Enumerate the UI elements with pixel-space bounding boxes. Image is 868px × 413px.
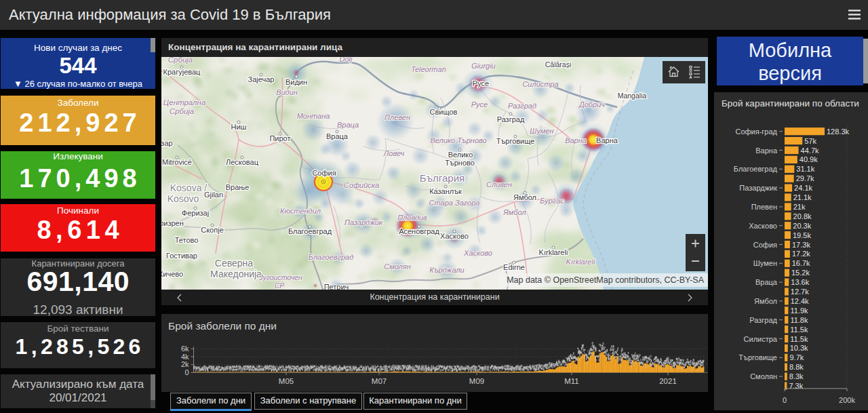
- svg-text:9.7k: 9.7k: [790, 353, 804, 361]
- svg-text:Северна: Северна: [215, 258, 253, 269]
- svg-text:Силистра: Силистра: [744, 335, 778, 343]
- svg-text:Русе: Русе: [473, 79, 489, 87]
- svg-text:Лесковац: Лесковац: [226, 158, 259, 166]
- svg-text:Зајечар: Зајечар: [248, 75, 275, 83]
- svg-text:Mangalia: Mangalia: [618, 92, 647, 100]
- svg-text:40.9k: 40.9k: [800, 155, 818, 163]
- svg-text:Разград: Разград: [508, 102, 536, 110]
- svg-text:Teleorman: Teleorman: [411, 65, 446, 73]
- svg-text:Враца: Враца: [326, 132, 349, 140]
- svg-text:Разград: Разград: [749, 316, 777, 324]
- svg-text:Варна: Варна: [596, 136, 618, 144]
- svg-text:Призрен: Призрен: [161, 219, 184, 227]
- svg-text:Ниш: Ниш: [231, 123, 247, 131]
- svg-text:Свищов: Свищов: [430, 108, 458, 116]
- svg-text:Видин: Видин: [285, 78, 307, 86]
- svg-text:Благоевград: Благоевград: [309, 253, 354, 261]
- svg-text:128.3k: 128.3k: [827, 127, 850, 136]
- svg-text:азар: азар: [161, 139, 173, 147]
- svg-text:8.8k: 8.8k: [789, 363, 804, 371]
- svg-text:Благоевград: Благоевград: [734, 165, 778, 173]
- svg-text:Dolj: Dolj: [340, 57, 353, 63]
- svg-text:20.3k: 20.3k: [793, 222, 811, 230]
- svg-text:Гостивар: Гостивар: [166, 252, 197, 260]
- svg-text:Плевен: Плевен: [384, 113, 410, 121]
- svg-text:Kosova /: Kosova /: [170, 182, 208, 193]
- svg-text:Србија: Србија: [168, 57, 193, 64]
- svg-text:Добрич: Добрич: [578, 100, 605, 109]
- svg-text:21.1k: 21.1k: [793, 193, 812, 201]
- svg-text:Търговище: Търговище: [496, 137, 535, 145]
- svg-text:България: България: [420, 172, 465, 184]
- svg-text:Ловеч: Ловеч: [383, 149, 405, 157]
- svg-text:Călărași: Călărași: [545, 60, 572, 68]
- svg-text:Map data © OpenStreetMap contr: Map data © OpenStreetMap contributors, C…: [507, 275, 704, 285]
- svg-text:0: 0: [184, 368, 189, 376]
- svg-text:Gjilan: Gjilan: [204, 191, 223, 199]
- svg-text:Македонија: Македонија: [210, 269, 262, 279]
- svg-text:2021: 2021: [659, 377, 677, 385]
- svg-text:4k: 4k: [181, 353, 189, 361]
- svg-text:Кърджали: Кърджали: [429, 266, 464, 274]
- svg-text:Велико Търново: Велико Търново: [430, 136, 486, 144]
- svg-text:Варна: Варна: [565, 136, 587, 144]
- svg-text:Ямбол: Ямбол: [513, 193, 536, 201]
- svg-text:Силистра: Силистра: [522, 80, 558, 88]
- svg-text:Врање: Врање: [226, 183, 250, 191]
- svg-text:Шумен: Шумен: [753, 259, 777, 267]
- svg-text:Кичево: Кичево: [161, 270, 183, 278]
- svg-text:21k: 21k: [793, 203, 806, 211]
- svg-text:Варна: Варна: [755, 146, 778, 155]
- svg-text:11.8k: 11.8k: [790, 316, 808, 324]
- svg-text:София-град: София-град: [735, 127, 777, 136]
- svg-text:29.7k: 29.7k: [796, 174, 814, 182]
- svg-text:12.7k: 12.7k: [791, 288, 809, 296]
- svg-text:Враца: Враца: [755, 278, 778, 286]
- svg-text:M11: M11: [564, 377, 579, 385]
- svg-text:Търново: Търново: [445, 159, 475, 167]
- svg-text:Југоисточен: Југоисточен: [258, 273, 302, 281]
- svg-text:2k: 2k: [181, 360, 189, 368]
- svg-text:Тетово: Тетово: [175, 236, 199, 244]
- svg-text:Търговище: Търговище: [738, 353, 777, 361]
- svg-text:Mitrovicë: Mitrovicë: [162, 158, 192, 166]
- svg-text:M05: M05: [279, 377, 294, 385]
- svg-text:Сливен: Сливен: [486, 180, 512, 189]
- svg-text:Монтана: Монтана: [297, 112, 330, 120]
- svg-text:Хасково: Хасково: [463, 249, 492, 257]
- svg-text:Асеновград: Асеновград: [399, 227, 439, 235]
- svg-text:Пазарджик: Пазарджик: [739, 184, 777, 192]
- svg-text:57k: 57k: [804, 137, 816, 145]
- svg-text:Кюстендил: Кюстендил: [280, 207, 321, 215]
- svg-text:София: София: [753, 241, 777, 249]
- svg-text:Русе: Русе: [471, 100, 488, 109]
- svg-text:Србија: Србија: [170, 107, 195, 115]
- svg-text:15.2k: 15.2k: [791, 269, 810, 277]
- svg-text:13.6k: 13.6k: [791, 278, 809, 286]
- svg-text:Шумен: Шумен: [530, 127, 553, 135]
- svg-text:Разград: Разград: [497, 115, 525, 123]
- svg-text:Велико: Велико: [448, 151, 473, 159]
- svg-text:8.3k: 8.3k: [789, 372, 804, 380]
- svg-text:M09: M09: [469, 377, 484, 385]
- svg-text:Враца: Враца: [337, 121, 359, 129]
- svg-text:Ямбол: Ямбол: [754, 297, 777, 305]
- svg-text:200k: 200k: [839, 396, 855, 404]
- svg-text:17.2k: 17.2k: [792, 250, 810, 258]
- svg-text:11.5k: 11.5k: [790, 326, 808, 334]
- svg-text:Пловдив: Пловдив: [397, 214, 427, 222]
- svg-text:Крагујевац: Крагујевац: [163, 68, 201, 76]
- svg-text:31.1k: 31.1k: [796, 165, 814, 173]
- svg-text:17.3k: 17.3k: [792, 241, 810, 249]
- svg-text:24.1k: 24.1k: [794, 184, 812, 192]
- svg-text:Петрич: Петрич: [324, 283, 349, 290]
- svg-text:19.5k: 19.5k: [793, 231, 811, 239]
- svg-text:София: София: [312, 169, 336, 177]
- svg-text:M07: M07: [372, 377, 387, 385]
- svg-text:Хасково: Хасково: [440, 232, 469, 240]
- svg-text:16.7k: 16.7k: [792, 259, 810, 267]
- svg-text:Плевен: Плевен: [751, 203, 777, 211]
- svg-text:Пирот: Пирот: [269, 134, 290, 142]
- svg-text:Смолян: Смолян: [384, 262, 411, 271]
- svg-text:Edirne: Edirne: [503, 263, 525, 271]
